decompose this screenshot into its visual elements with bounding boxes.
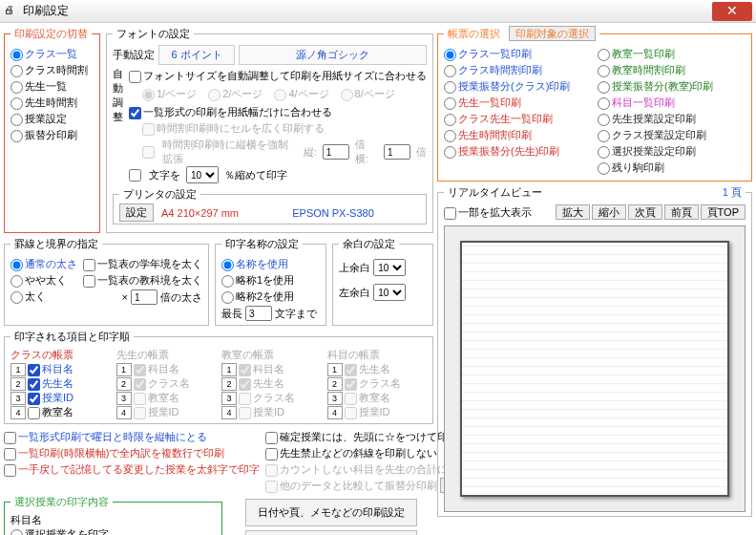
ord-3-1 (345, 378, 357, 391)
name-opt-1[interactable] (221, 275, 234, 288)
name-opt-2[interactable] (221, 291, 234, 304)
titlebar: 🖨 印刷設定 ✕ (0, 0, 756, 23)
opt-sel-name[interactable] (10, 529, 23, 535)
tg-r-0[interactable] (598, 49, 610, 61)
ord-2-3 (239, 407, 251, 419)
tg-l-5[interactable] (444, 130, 456, 142)
target-fieldset: 帳票の選択 印刷対象の選択 クラス一覧印刷クラス時間割印刷授業振替分(クラス)印… (437, 27, 752, 182)
ord-2-1 (239, 378, 251, 391)
ord-0-2[interactable] (28, 393, 40, 405)
tg-r-4[interactable] (598, 114, 610, 126)
top-margin-select[interactable]: 10 (373, 259, 406, 276)
switch-4[interactable] (10, 114, 23, 126)
tg-l-3[interactable] (444, 97, 456, 110)
max-chars-input[interactable] (245, 306, 272, 321)
pv-btn-0[interactable]: 拡大 (556, 204, 590, 220)
margin-fieldset: 余白の設定 上余白 10 左余白 10 (332, 237, 433, 326)
ord-1-3 (134, 407, 146, 419)
fit-width-check[interactable] (129, 107, 141, 119)
ord-3-3 (345, 407, 357, 419)
tg-r-3[interactable] (598, 97, 610, 110)
chk-c[interactable] (4, 464, 16, 477)
pv-btn-2[interactable]: 次頁 (628, 204, 662, 220)
tg-l-2[interactable] (444, 81, 456, 94)
preview-fieldset: リアルタイムビュー 1 頁 一部を拡大表示 拡大縮小次頁前頁頁TOP (437, 185, 752, 517)
switch-3[interactable] (10, 97, 23, 110)
border-opt-2[interactable] (10, 291, 23, 304)
auto-fit-check[interactable] (129, 71, 141, 83)
zoom-check[interactable] (444, 207, 456, 220)
ord-0-1[interactable] (28, 378, 40, 391)
ord-2-2 (239, 393, 251, 405)
ord-0-3[interactable] (28, 407, 40, 419)
preview-page (460, 241, 730, 497)
window-title: 印刷設定 (23, 3, 712, 19)
pv-btn-3[interactable]: 前頁 (664, 204, 699, 220)
pv-btn-1[interactable]: 縮小 (592, 204, 626, 220)
ord-3-0 (345, 364, 357, 376)
date-memo-button[interactable]: 日付や頁、メモなどの印刷設定 (245, 499, 417, 526)
switch-1[interactable] (10, 65, 23, 77)
font-fieldset: フォントの設定 手動設定 6 ポイント 源ノ角ゴシック 自動調整 フォントサイズ… (106, 27, 433, 233)
border-opt-1[interactable] (10, 275, 23, 288)
border-opt-0[interactable] (10, 259, 23, 271)
ord-1-2 (134, 393, 146, 405)
chk-d[interactable] (265, 432, 278, 444)
ord-1-0 (134, 364, 146, 376)
order-fieldset: 印字される項目と印字順 クラスの帳票1科目名2先生名3授業ID4教室名先生の帳票… (4, 330, 433, 424)
shrink-select[interactable]: 10 (186, 166, 219, 183)
printer-fieldset: プリンタの設定 設定 A4 210×297 mm EPSON PX-S380 (113, 187, 427, 225)
switch-fieldset: 印刷設定の切替 クラス一覧クラス時間割先生一覧先生時間割授業設定振替分印刷 (4, 27, 100, 233)
font-name-display[interactable]: 源ノ角ゴシック (239, 45, 427, 65)
app-icon: 🖨 (4, 4, 19, 19)
tg-r-2[interactable] (598, 81, 610, 94)
tg-r-6[interactable] (598, 146, 610, 159)
tg-l-0[interactable] (444, 49, 456, 61)
select-target-button[interactable]: 印刷対象の選択 (509, 26, 596, 41)
thick-subj-check[interactable] (83, 275, 95, 288)
ord-0-0[interactable] (28, 364, 40, 376)
chk-a[interactable] (4, 432, 16, 444)
sel-fieldset: 選択授業の印字内容 科目名 選択授業名を印字 内訳科目名を印字 クラス名・教室名… (4, 495, 222, 535)
font-size-display[interactable]: 6 ポイント (158, 45, 235, 65)
border-mult-input[interactable] (131, 289, 158, 305)
ord-1-1 (134, 378, 146, 391)
printer-settings-button[interactable]: 設定 (119, 203, 154, 222)
tg-r-5[interactable] (598, 130, 610, 142)
thick-year-check[interactable] (83, 259, 95, 271)
switch-0[interactable] (10, 49, 23, 61)
preview-area (444, 225, 746, 512)
shrink-check[interactable] (129, 169, 141, 182)
pv-btn-4[interactable]: 頁TOP (701, 204, 746, 220)
chk-e[interactable] (265, 448, 278, 460)
chk-b[interactable] (4, 448, 16, 460)
tg-l-4[interactable] (444, 114, 456, 126)
name-fieldset: 印字名称の設定 名称を使用略称1を使用略称2を使用 最長 文字まで (215, 237, 326, 326)
close-button[interactable]: ✕ (712, 2, 752, 21)
preview-print-button[interactable]: 対象の選択とプレビュー＆印刷 (245, 530, 417, 535)
tg-l-1[interactable] (444, 65, 456, 77)
switch-2[interactable] (10, 81, 23, 94)
left-margin-select[interactable]: 10 (373, 284, 406, 301)
switch-5[interactable] (10, 130, 23, 142)
ord-2-0 (239, 364, 251, 376)
name-opt-0[interactable] (221, 259, 234, 271)
border-fieldset: 罫線と境界の指定 通常の太さやや太く太く 一覧表の学年境を太く 一覧表の教科境を… (4, 237, 209, 326)
tg-r-1[interactable] (598, 65, 610, 77)
tg-l-6[interactable] (444, 146, 456, 159)
ord-3-2 (345, 393, 357, 405)
tg-r-7[interactable] (598, 162, 610, 175)
